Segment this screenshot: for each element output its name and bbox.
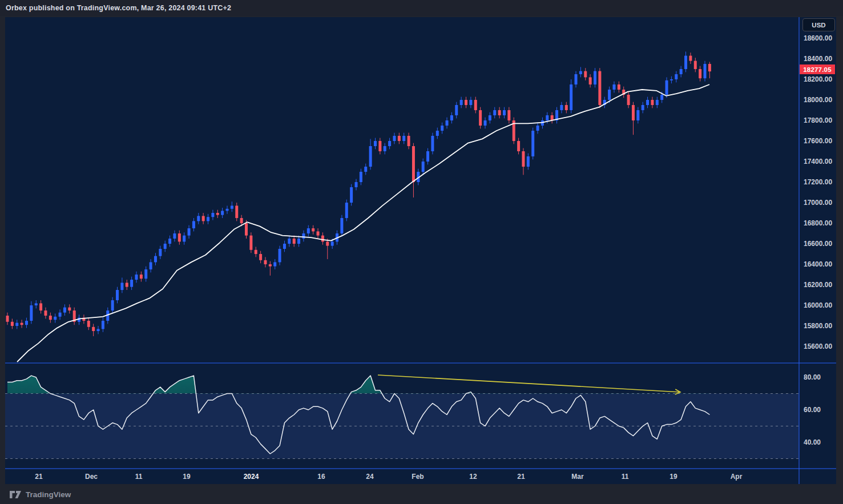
price-tick-label[interactable]: 17000.00 <box>804 199 832 207</box>
candle-body <box>608 90 611 100</box>
price-tick-label[interactable]: 16200.00 <box>804 281 832 289</box>
candle-body <box>326 241 329 245</box>
candle-body <box>632 105 635 120</box>
candle-body <box>594 71 596 84</box>
price-tick-label[interactable]: 16000.00 <box>804 301 832 309</box>
time-tick-label[interactable]: 11 <box>135 473 143 481</box>
candle-body <box>575 74 578 84</box>
price-tick-label[interactable]: 16800.00 <box>804 219 832 227</box>
price-tick-label[interactable]: 15800.00 <box>804 322 832 330</box>
price-tick-label[interactable]: 17200.00 <box>804 178 832 186</box>
candle-body <box>6 316 9 322</box>
rsi-tick-label[interactable]: 60.00 <box>804 406 821 414</box>
candle-body <box>97 329 100 331</box>
candle-body <box>140 275 143 279</box>
candle-body <box>150 262 152 269</box>
candle-body <box>402 136 405 141</box>
candle-body <box>317 231 320 235</box>
candle-body <box>279 249 281 262</box>
price-tick-label[interactable]: 17600.00 <box>804 137 832 145</box>
candle-body <box>388 141 391 146</box>
candle-body <box>350 187 353 203</box>
candle-body <box>255 250 257 254</box>
candle-body <box>560 105 563 110</box>
candle-body <box>489 115 491 120</box>
candle-body <box>684 56 687 69</box>
candle-body <box>321 236 324 242</box>
time-tick-label[interactable]: 11 <box>622 473 629 481</box>
candle-body <box>460 100 463 105</box>
time-tick-label[interactable]: 2024 <box>244 473 259 481</box>
candle-body <box>364 167 367 172</box>
bottom-bar: TradingView <box>0 485 843 504</box>
candle-body <box>183 236 185 242</box>
price-tick-label[interactable]: 15600.00 <box>804 342 832 350</box>
time-tick-label[interactable]: 21 <box>35 473 43 481</box>
candle-body <box>507 110 510 120</box>
candle-body <box>675 74 677 79</box>
candle-body <box>312 228 314 231</box>
candle-body <box>398 136 401 141</box>
time-tick-label[interactable]: 21 <box>517 473 525 481</box>
time-tick-label[interactable]: 16 <box>317 473 325 481</box>
candle-body <box>240 218 243 223</box>
candle-body <box>665 80 668 95</box>
candle-body <box>245 223 248 236</box>
time-tick-label[interactable]: 19 <box>669 473 677 481</box>
candle-body <box>331 241 334 245</box>
candle-body <box>618 84 620 90</box>
candle-body <box>484 120 487 126</box>
candle-body <box>537 126 539 131</box>
candle-body <box>92 327 95 331</box>
price-tick-label[interactable]: 18200.00 <box>804 75 832 83</box>
candle-body <box>355 182 358 187</box>
candle-body <box>393 136 396 141</box>
rsi-tick-label[interactable]: 40.00 <box>804 438 821 446</box>
candle-body <box>21 323 23 325</box>
candle-body <box>680 69 683 74</box>
time-tick-label[interactable]: 12 <box>469 473 477 481</box>
candle-body <box>378 141 381 151</box>
candle-body <box>708 64 711 71</box>
candle-body <box>589 77 592 84</box>
time-tick-label[interactable]: 19 <box>183 473 191 481</box>
candle-body <box>15 323 18 326</box>
time-tick-label[interactable]: Apr <box>731 473 743 481</box>
candle-body <box>689 56 692 61</box>
candle-body <box>30 305 33 321</box>
candle-body <box>87 321 90 327</box>
candle-body <box>408 136 410 146</box>
candle-body <box>273 262 276 266</box>
price-tick-label[interactable]: 17400.00 <box>804 158 832 166</box>
candle-body <box>226 209 229 211</box>
page-title: Orbex published on TradingView.com, Mar … <box>6 4 231 12</box>
time-tick-label[interactable]: Mar <box>571 473 584 481</box>
time-tick-label[interactable]: Dec <box>85 473 98 481</box>
candle-body <box>159 249 162 256</box>
candle-body <box>144 269 147 279</box>
candle-body <box>455 105 458 115</box>
price-tick-label[interactable]: 17800.00 <box>804 116 832 124</box>
candle-body <box>173 233 176 239</box>
time-tick-label[interactable]: 24 <box>366 473 374 481</box>
price-tick-label[interactable]: 16600.00 <box>804 240 832 248</box>
candle-body <box>651 100 654 105</box>
candle-body <box>293 239 296 244</box>
candle-body <box>431 136 434 151</box>
candle-body <box>369 146 372 167</box>
price-tick-label[interactable]: 18600.00 <box>804 34 832 42</box>
price-tick-label[interactable]: 18000.00 <box>804 96 832 104</box>
price-tick-label[interactable]: 18400.00 <box>804 55 832 63</box>
candle-body <box>178 233 181 241</box>
currency-usd-button[interactable]: USD <box>802 18 835 31</box>
chart-canvas[interactable]: 18600.0018400.0018200.0018000.0017800.00… <box>0 0 843 504</box>
rsi-tick-label[interactable]: 80.00 <box>804 373 821 381</box>
candle-body <box>384 146 386 151</box>
candle-body <box>249 236 252 250</box>
candle-body <box>503 110 506 115</box>
time-tick-label[interactable]: Feb <box>412 473 423 481</box>
candle-body <box>465 100 467 105</box>
candle-body <box>598 71 601 105</box>
candle-body <box>612 84 615 90</box>
price-tick-label[interactable]: 16400.00 <box>804 260 832 268</box>
